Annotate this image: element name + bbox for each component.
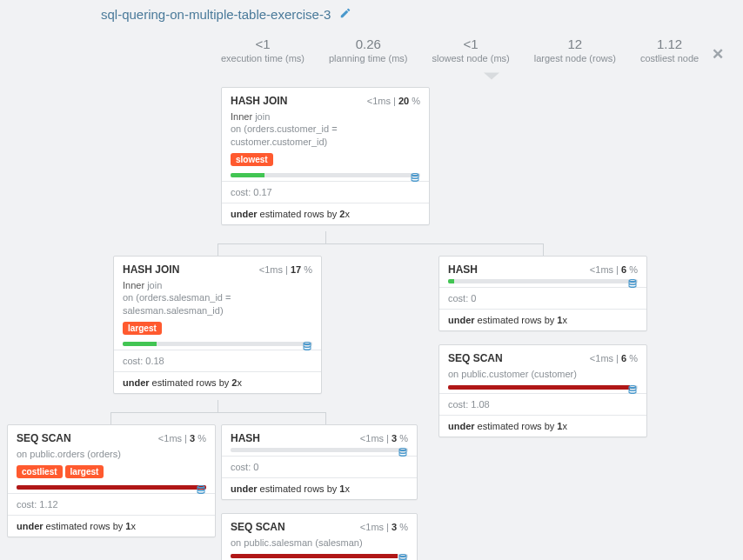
node-bar — [222, 173, 429, 181]
plan-node-hash-2[interactable]: HASH <1ms | 3 % cost: 0 under estimated … — [221, 424, 418, 500]
page-title: sql-quering-on-multiple-table-exercise-3 — [101, 7, 351, 22]
connector — [110, 412, 111, 424]
node-meta: <1ms | 3 % — [158, 433, 206, 443]
node-tags: costliestlargest — [8, 465, 215, 485]
node-title: HASH JOIN — [231, 95, 287, 107]
node-estimate: under estimated rows by 1x — [439, 416, 646, 437]
node-meta: <1ms | 3 % — [360, 433, 408, 443]
chevron-down-icon — [484, 71, 499, 80]
database-icon[interactable] — [410, 171, 420, 185]
database-icon[interactable] — [398, 552, 408, 560]
node-cost: cost: 0.17 — [222, 182, 429, 203]
node-bar — [222, 554, 417, 560]
node-estimate: under estimated rows by 2x — [114, 372, 321, 393]
tag-largest: largest — [65, 465, 104, 478]
stat-largest-node: 12 largest node (rows) — [534, 37, 616, 63]
close-icon[interactable]: ✕ — [712, 45, 724, 63]
connector — [325, 412, 326, 424]
connector — [218, 243, 543, 244]
node-meta: <1ms | 17 % — [259, 264, 312, 275]
node-detail: Inner joinon (orders.customer_id = custo… — [222, 110, 429, 153]
node-cost: cost: 1.12 — [8, 494, 215, 515]
node-bar — [222, 448, 417, 456]
database-icon[interactable] — [627, 277, 638, 291]
node-cost: cost: 1.08 — [439, 394, 646, 415]
connector — [110, 412, 326, 413]
node-tags: largest — [114, 322, 321, 342]
connector — [543, 243, 544, 256]
node-tags: slowest — [222, 153, 429, 173]
node-title: SEQ SCAN — [231, 521, 285, 533]
node-estimate: under estimated rows by 2x — [222, 203, 429, 224]
node-title: SEQ SCAN — [448, 352, 503, 364]
node-title: HASH — [231, 432, 260, 444]
node-bar — [114, 342, 321, 350]
node-title: SEQ SCAN — [17, 432, 71, 444]
node-estimate: under estimated rows by 1x — [8, 516, 215, 537]
connector — [218, 243, 218, 256]
node-cost: cost: 0.18 — [114, 350, 321, 371]
node-detail: on public.customer (customer) — [439, 368, 646, 385]
node-bar — [439, 279, 646, 287]
connector — [325, 231, 326, 243]
node-meta: <1ms | 20 % — [367, 96, 420, 106]
node-detail: on public.orders (orders) — [8, 448, 215, 465]
edit-icon[interactable] — [339, 7, 351, 22]
node-meta: <1ms | 6 % — [590, 264, 638, 275]
node-estimate: under estimated rows by 1x — [439, 310, 646, 330]
plan-node-seq-scan-customer[interactable]: SEQ SCAN <1ms | 6 % on public.customer (… — [438, 344, 647, 437]
tag-largest: largest — [123, 322, 162, 335]
database-icon[interactable] — [398, 446, 408, 460]
stat-costliest-node: 1.12 costliest node — [640, 37, 699, 63]
node-detail: on public.salesman (salesman) — [222, 537, 417, 554]
plan-node-seq-scan-orders[interactable]: SEQ SCAN <1ms | 3 % on public.orders (or… — [7, 424, 216, 537]
plan-node-seq-scan-salesman[interactable]: SEQ SCAN <1ms | 3 % on public.salesman (… — [221, 513, 418, 560]
node-cost: cost: 0 — [439, 288, 646, 309]
stat-execution-time: <1 execution time (ms) — [221, 37, 305, 63]
stat-planning-time: 0.26 planning time (ms) — [329, 37, 407, 63]
plan-node-hash-join-root[interactable]: HASH JOIN <1ms | 20 % Inner joinon (orde… — [221, 87, 430, 225]
node-title: HASH JOIN — [123, 263, 179, 276]
stats-row: <1 execution time (ms) 0.26 planning tim… — [221, 37, 699, 63]
connector — [218, 400, 218, 412]
tag-costliest: costliest — [17, 465, 63, 478]
node-cost: cost: 0 — [222, 457, 417, 477]
database-icon[interactable] — [302, 340, 312, 354]
stat-slowest-node: <1 slowest node (ms) — [432, 37, 509, 63]
plan-name[interactable]: sql-quering-on-multiple-table-exercise-3 — [101, 7, 331, 22]
database-icon[interactable] — [627, 383, 638, 397]
tag-slowest: slowest — [231, 153, 273, 166]
node-meta: <1ms | 3 % — [360, 522, 408, 532]
node-bar — [8, 485, 215, 493]
plan-node-hash-join[interactable]: HASH JOIN <1ms | 17 % Inner joinon (orde… — [113, 256, 322, 394]
database-icon[interactable] — [196, 483, 206, 497]
node-estimate: under estimated rows by 1x — [222, 478, 417, 499]
node-meta: <1ms | 6 % — [590, 353, 638, 363]
node-bar — [439, 385, 646, 393]
node-title: HASH — [448, 263, 478, 276]
plan-node-hash[interactable]: HASH <1ms | 6 % cost: 0 under estimated … — [438, 256, 647, 331]
node-detail: Inner joinon (orders.salesman_id = sales… — [114, 279, 321, 322]
